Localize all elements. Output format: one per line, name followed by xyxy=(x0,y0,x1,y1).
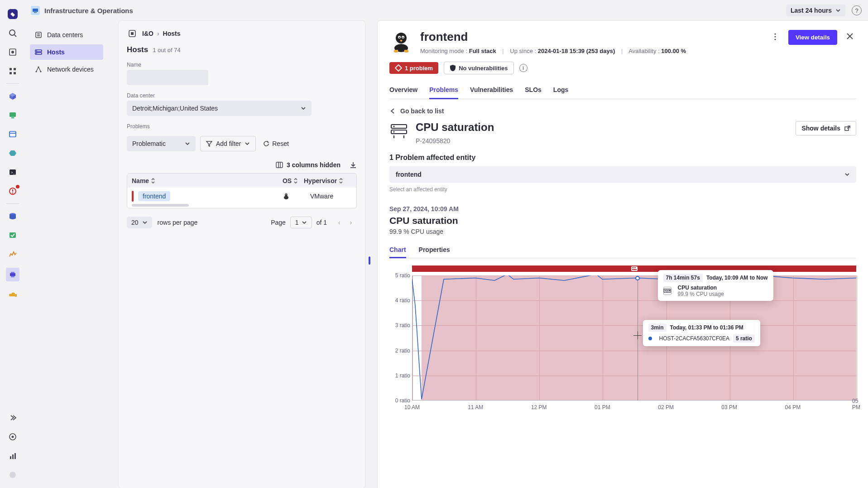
svg-point-55 xyxy=(284,196,288,199)
hosts-title: Hosts xyxy=(127,45,148,54)
cube-icon[interactable] xyxy=(7,91,18,101)
svg-rect-29 xyxy=(10,456,11,459)
more-menu-icon[interactable] xyxy=(768,30,782,43)
svg-rect-13 xyxy=(11,117,14,118)
tab-vulnerabilities[interactable]: Vulnerabilities xyxy=(470,82,513,99)
vuln-badge[interactable]: No vulnerabilities xyxy=(444,62,513,74)
window-icon[interactable] xyxy=(7,129,18,140)
infra-icon[interactable] xyxy=(6,268,19,281)
svg-rect-30 xyxy=(12,454,14,459)
keyboard-icon: ⌨ xyxy=(663,287,671,295)
col-header-os[interactable]: OS xyxy=(277,177,304,184)
left-rail: >_ xyxy=(0,0,25,488)
problems-select[interactable]: Problematic xyxy=(127,136,196,151)
chevron-down-icon xyxy=(302,220,307,225)
go-back-link[interactable]: Go back to list xyxy=(389,107,856,115)
tab-logs[interactable]: Logs xyxy=(553,82,568,99)
page-value: 1 xyxy=(295,219,299,226)
close-icon[interactable] xyxy=(844,30,856,43)
check-icon[interactable] xyxy=(7,230,18,241)
datacenter-icon xyxy=(34,31,43,39)
terminal-icon[interactable]: >_ xyxy=(7,167,18,178)
help-icon[interactable]: ? xyxy=(852,5,862,15)
reset-button[interactable]: Reset xyxy=(260,140,292,147)
tab-overview[interactable]: Overview xyxy=(389,82,417,99)
svg-rect-12 xyxy=(10,112,16,117)
gear-icon[interactable] xyxy=(7,431,18,442)
sidebar-item-hosts[interactable]: Hosts xyxy=(30,44,103,60)
affected-help-text: Select an affected entity xyxy=(389,186,856,193)
db-icon[interactable] xyxy=(7,211,18,222)
rows-per-page-label: rows per page xyxy=(158,219,198,226)
svg-rect-14 xyxy=(10,131,16,137)
breadcrumb-chip-icon[interactable] xyxy=(127,28,138,39)
search-icon[interactable] xyxy=(7,28,18,39)
barchart-icon[interactable] xyxy=(7,450,18,461)
download-button[interactable] xyxy=(350,161,357,169)
time-range-label: Last 24 hours xyxy=(791,7,832,14)
datacenter-label: Data center xyxy=(127,92,357,99)
add-filter-button[interactable]: Add filter xyxy=(200,136,256,151)
logo-icon[interactable] xyxy=(7,9,18,19)
next-page[interactable]: › xyxy=(345,217,357,228)
col-header-hypervisor[interactable]: Hypervisor xyxy=(304,177,352,184)
prev-page[interactable]: ‹ xyxy=(333,217,345,228)
monitor-icon[interactable] xyxy=(7,110,18,121)
host-chip[interactable]: frontend xyxy=(138,191,170,201)
spark-icon[interactable] xyxy=(7,249,18,260)
col-header-name[interactable]: Name xyxy=(132,177,277,184)
svg-rect-26 xyxy=(11,276,14,277)
legend-dot xyxy=(648,337,652,340)
alert-icon[interactable] xyxy=(7,186,18,197)
tab-slos[interactable]: SLOs xyxy=(525,82,542,99)
show-details-button[interactable]: Show details xyxy=(796,121,856,135)
chart-tooltip-problem: 7h 14min 57s Today, 10:09 AM to Now ⌨ CP… xyxy=(658,270,773,301)
page-select[interactable]: 1 xyxy=(290,217,312,228)
status-icon[interactable] xyxy=(7,469,18,480)
svg-point-58 xyxy=(287,194,288,195)
info-icon[interactable]: i xyxy=(519,64,528,72)
sidebar-item-datacenters[interactable]: Data centers xyxy=(30,27,103,43)
reset-label: Reset xyxy=(272,140,289,147)
svg-point-74 xyxy=(393,126,394,127)
svg-point-28 xyxy=(11,436,14,438)
view-details-button[interactable]: View details xyxy=(788,30,837,45)
chart-tab-properties[interactable]: Properties xyxy=(419,242,450,258)
sidebar-item-network[interactable]: Network devices xyxy=(30,62,103,77)
rows-per-page-select[interactable]: 20 xyxy=(127,217,152,228)
svg-point-66 xyxy=(774,33,776,34)
network-icon xyxy=(34,65,43,73)
tab-problems[interactable]: Problems xyxy=(429,82,458,99)
chart-area[interactable]: 0 ratio1 ratio2 ratio3 ratio4 ratio5 rat… xyxy=(389,266,856,411)
columns-hidden-label: 3 columns hidden xyxy=(287,161,340,169)
chart-tab-chart[interactable]: Chart xyxy=(389,242,406,258)
svg-rect-34 xyxy=(34,12,37,13)
svg-point-67 xyxy=(774,36,776,37)
expand-icon[interactable] xyxy=(7,412,18,423)
mon-mode-key: Monitoring mode : xyxy=(420,48,467,54)
svg-point-32 xyxy=(10,472,16,478)
svg-rect-5 xyxy=(10,68,12,70)
h-scrollbar[interactable] xyxy=(132,204,189,207)
hypervisor-cell: VMware xyxy=(310,193,352,200)
apps-icon[interactable] xyxy=(7,66,18,77)
svg-point-21 xyxy=(12,193,13,194)
cloud-icon[interactable] xyxy=(7,290,18,300)
svg-rect-48 xyxy=(131,32,134,35)
page-label: Page xyxy=(271,219,286,226)
affected-entity-select[interactable]: frontend xyxy=(389,166,856,183)
breadcrumb-root[interactable]: I&O xyxy=(142,30,153,37)
svg-rect-84 xyxy=(632,269,637,270)
go-back-label: Go back to list xyxy=(400,107,444,115)
datacenter-select[interactable]: Detroit;Michigan;United States xyxy=(127,101,312,116)
svg-point-57 xyxy=(285,194,286,195)
split-handle[interactable] xyxy=(369,256,370,265)
name-filter-input[interactable] xyxy=(127,70,208,85)
time-range-picker[interactable]: Last 24 hours xyxy=(786,5,845,16)
entity-tabs: Overview Problems Vulnerabilities SLOs L… xyxy=(389,82,856,99)
chevron-down-icon xyxy=(185,141,190,146)
columns-button[interactable]: 3 columns hidden xyxy=(276,161,340,169)
hex-icon[interactable] xyxy=(7,148,18,159)
problem-badge[interactable]: 1 problem xyxy=(389,62,438,74)
dashboard-icon[interactable] xyxy=(7,47,18,58)
